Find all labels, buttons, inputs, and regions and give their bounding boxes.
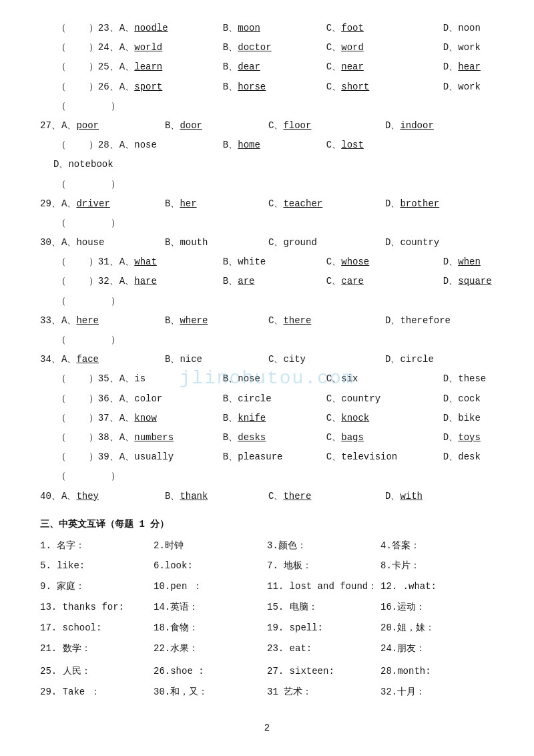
option-d-29: D、brother — [385, 196, 494, 212]
trans-13: 13. thanks for: — [40, 597, 154, 618]
paren-open: （ — [40, 20, 66, 37]
option-b-37: B、knife — [223, 410, 326, 427]
option-a-38: A、numbers — [119, 429, 223, 446]
option-b-23: B、moon — [223, 20, 326, 37]
q-num-24: 24、 — [98, 39, 119, 56]
question-row-23: （ ） 23、 A、noodle B、moon C、foot D、noon — [40, 20, 494, 37]
option-d-36: D、cock — [443, 391, 494, 407]
q-num-25: 25、 — [98, 59, 119, 75]
paren-close: ） — [89, 391, 98, 407]
trans-5: 5. like: — [40, 556, 154, 576]
option-c-38: C、bags — [326, 429, 443, 446]
option-a-35: A、is — [119, 371, 223, 387]
blank — [66, 332, 111, 349]
trans-1: 1. 名字： — [40, 536, 154, 556]
question-row-38: （ ） 38、 A、numbers B、desks C、bags D、toys — [40, 429, 494, 446]
blank — [66, 176, 111, 193]
section-3: 三、中英文互译（每题 1 分） 1. 名字： 2.时钟 3.颜色： 4.答案： … — [40, 518, 494, 703]
paren-close: ） — [89, 254, 98, 270]
blank — [66, 293, 111, 310]
option-b-31: B、white — [223, 254, 326, 270]
option-d-38: D、toys — [443, 429, 494, 446]
option-c-36: C、country — [326, 391, 443, 407]
option-b-28: B、home — [223, 137, 326, 154]
question-row-37: （ ） 37、 A、know B、knife C、knock D、bike — [40, 410, 494, 427]
option-a-28: A、nose — [119, 137, 223, 154]
blank-39 — [66, 449, 89, 465]
q-num-40: 40、 — [40, 488, 61, 505]
question-row-26: （ ） 26、 A、sport B、horse C、short D、work — [40, 79, 494, 96]
trans-15: 15. 电脑： — [267, 597, 380, 618]
paren-close: ） — [89, 449, 98, 465]
paren-open: （ — [40, 79, 66, 96]
option-b-32: B、are — [223, 273, 326, 290]
option-d-25: D、hear — [443, 59, 494, 75]
trans-27: 27. sixteen: — [267, 658, 380, 682]
option-c-28: C、lost — [326, 137, 443, 154]
question-row-32: （ ） 32、 A、hare B、are C、care D、square — [40, 273, 494, 290]
paren-open: （ — [40, 449, 66, 465]
option-d-23: D、noon — [443, 20, 494, 37]
option-c-24: C、word — [326, 39, 443, 56]
paren-close: ） — [111, 293, 120, 310]
blank-31 — [66, 254, 89, 270]
option-a-26: A、sport — [119, 79, 223, 96]
trans-20: 20.姐，妹： — [380, 618, 494, 638]
trans-2: 2.时钟 — [154, 536, 267, 556]
option-b-34: B、nice — [165, 351, 268, 368]
trans-26: 26.shoe : — [154, 658, 267, 682]
option-b-30: B、mouth — [165, 234, 268, 251]
blank-37 — [66, 410, 89, 427]
section-3-title: 三、中英文互译（每题 1 分） — [40, 518, 494, 530]
q-num-33: 33、 — [40, 313, 61, 329]
option-b-36: B、circle — [223, 391, 326, 407]
page-number: 2 — [40, 723, 494, 733]
paren-open: （ — [40, 273, 66, 290]
blank-25 — [66, 59, 89, 75]
paren-close: ） — [111, 176, 120, 193]
question-row-28: （ ） 28、 A、nose B、home C、lost — [40, 137, 494, 154]
question-row-24: （ ） 24、 A、world B、doctor C、word D、work — [40, 39, 494, 56]
option-a-27: A、poor — [61, 118, 165, 134]
paren-close: ） — [89, 39, 98, 56]
paren-open: （ — [40, 429, 66, 446]
paren-open: （ — [40, 468, 66, 485]
option-c-31: C、whose — [326, 254, 443, 270]
option-a-23: A、noodle — [119, 20, 223, 37]
option-d-37: D、bike — [443, 410, 494, 427]
option-d-32: D、square — [443, 273, 494, 290]
trans-31: 31 艺术： — [267, 682, 380, 703]
paren-open: （ — [40, 332, 66, 349]
option-c-37: C、knock — [326, 410, 443, 427]
option-b-24: B、doctor — [223, 39, 326, 56]
blank-35 — [66, 371, 89, 387]
option-d-34: D、circle — [385, 351, 494, 368]
paren-open: （ — [40, 98, 66, 115]
question-row-30: 30、 A、house B、mouth C、ground D、country — [40, 234, 494, 251]
paren-open: （ — [40, 215, 66, 232]
option-b-26: B、horse — [223, 79, 326, 96]
option-a-31: A、what — [119, 254, 223, 270]
trans-14: 14.英语： — [154, 597, 267, 618]
question-block-23-26: （ ） 23、 A、noodle B、moon C、foot D、noon （ … — [40, 20, 494, 505]
option-d-39: D、desk — [443, 449, 494, 465]
option-a-39: A、usually — [119, 449, 223, 465]
trans-8: 8.卡片： — [380, 556, 494, 576]
empty-paren-row-2: （ ） — [40, 176, 494, 193]
trans-11: 11. lost and found： — [267, 576, 380, 597]
option-c-26: C、short — [326, 79, 443, 96]
option-c-34: C、city — [268, 351, 385, 368]
option-d-35: D、these — [443, 371, 494, 387]
trans-29: 29. Take ： — [40, 682, 154, 703]
option-b-35: B、nose — [223, 371, 326, 387]
trans-19: 19. spell: — [267, 618, 380, 638]
trans-17: 17. school: — [40, 618, 154, 638]
paren-open: （ — [40, 39, 66, 56]
option-a-25: A、learn — [119, 59, 223, 75]
q-num-35: 35、 — [98, 371, 119, 387]
blank — [66, 468, 111, 485]
option-d-33: D、therefore — [385, 313, 494, 329]
option-b-25: B、dear — [223, 59, 326, 75]
question-row-31: （ ） 31、 A、what B、white C、whose D、when — [40, 254, 494, 270]
q-num-28: 28、 — [98, 137, 119, 154]
